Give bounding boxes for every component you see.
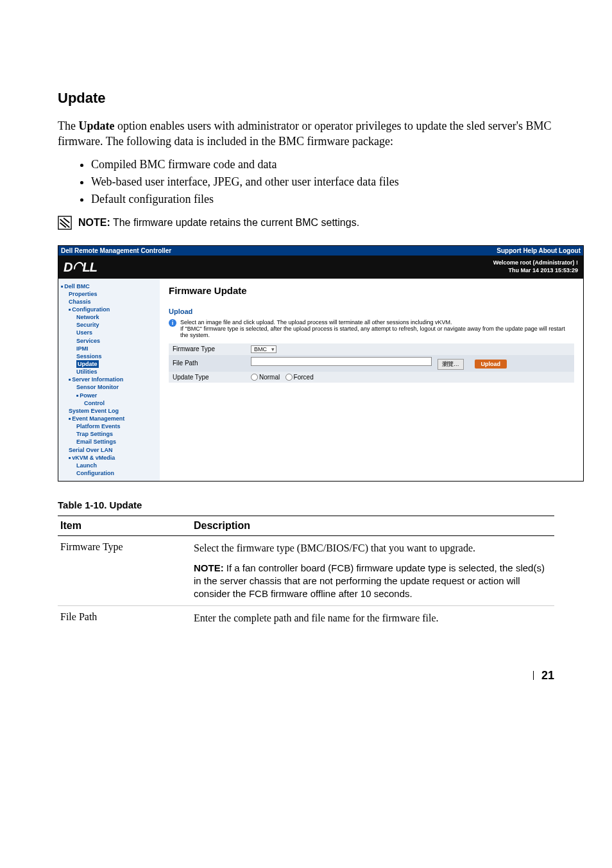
firmware-type-select[interactable]: BMC xyxy=(251,345,276,353)
content-title: Firmware Update xyxy=(169,285,574,296)
note-text: NOTE: The firmware update retains the cu… xyxy=(78,217,359,229)
content-section: Upload xyxy=(169,308,574,315)
topbar: Dell Remote Management Controller Suppor… xyxy=(58,246,583,256)
nav-security[interactable]: Security xyxy=(61,321,157,329)
nav-power[interactable]: Power xyxy=(61,392,157,399)
td-firmware-type: Firmware Type xyxy=(58,536,191,606)
info-icon: i xyxy=(169,319,176,327)
nav-event-management[interactable]: Event Management xyxy=(61,415,157,422)
nav-ipmi[interactable]: IPMI xyxy=(61,345,157,352)
firmware-type-note: NOTE: If a fan controller board (FCB) fi… xyxy=(194,562,552,601)
upload-button[interactable]: Upload xyxy=(475,360,507,369)
welcome-block: Welcome root (Administrator) ! Thu Mar 1… xyxy=(493,259,578,274)
nav-dell-bmc[interactable]: Dell BMC xyxy=(61,282,157,290)
nav-email-settings[interactable]: Email Settings xyxy=(61,438,157,446)
form-table: Firmware Type BMC File Path 瀏覽… Upload xyxy=(169,343,574,383)
info-line1: Select an image file and click upload. T… xyxy=(180,319,574,326)
firmware-type-note-label: NOTE: xyxy=(194,562,224,573)
nav-trap-settings[interactable]: Trap Settings xyxy=(61,430,157,438)
page-number: 21 xyxy=(541,669,554,682)
nav-properties[interactable]: Properties xyxy=(61,290,157,298)
th-item: Item xyxy=(58,516,191,536)
browse-button[interactable]: 瀏覽… xyxy=(438,359,464,370)
bullet-item: Web-based user interface, JPEG, and othe… xyxy=(91,173,554,191)
update-type-label: Update Type xyxy=(169,372,247,383)
nav-serial-over-lan[interactable]: Serial Over LAN xyxy=(61,446,157,454)
firmware-type-note-text: If a fan controller board (FCB) firmware… xyxy=(194,562,545,600)
doc-table: Item Description Firmware Type Select th… xyxy=(58,516,554,630)
file-path-input[interactable] xyxy=(251,357,432,366)
svg-line-3 xyxy=(64,218,69,222)
nav-server-information[interactable]: Server Information xyxy=(61,376,157,383)
firmware-type-label: Firmware Type xyxy=(169,343,247,355)
intro-paragraph: The Update option enables users with adm… xyxy=(58,118,554,150)
bullet-item: Default configuration files xyxy=(91,191,554,208)
note-icon xyxy=(58,216,72,230)
nav-platform-events[interactable]: Platform Events xyxy=(61,422,157,430)
nav-configuration[interactable]: Configuration xyxy=(61,306,157,313)
nav-sessions[interactable]: Sessions xyxy=(61,352,157,360)
topbar-title: Dell Remote Management Controller xyxy=(61,247,171,254)
info-line2: If "BMC" firmware type is selected, afte… xyxy=(180,326,574,338)
page-footer: 21 xyxy=(58,669,554,682)
nav-control[interactable]: Control xyxy=(61,399,157,407)
radio-normal[interactable] xyxy=(251,374,258,381)
welcome-line1: Welcome root (Administrator) ! xyxy=(493,259,578,266)
info-block: i Select an image file and click upload.… xyxy=(169,319,574,338)
embedded-screenshot: Dell Remote Management Controller Suppor… xyxy=(58,245,584,482)
nav-launch[interactable]: Launch xyxy=(61,462,157,469)
radio-forced[interactable] xyxy=(285,374,293,381)
page-heading: Update xyxy=(58,90,554,107)
bullet-list: Compiled BMC firmware code and data Web-… xyxy=(58,156,554,208)
topbar-links[interactable]: Support Help About Logout xyxy=(497,247,581,254)
nav-sensor-monitor[interactable]: Sensor Monitor xyxy=(61,383,157,391)
dell-logo: D◠LL xyxy=(64,259,97,275)
td-file-path-desc: Enter the complete path and file name fo… xyxy=(191,606,554,630)
td-firmware-type-desc: Select the firmware type (BMC/BIOS/FC) t… xyxy=(191,536,554,606)
nav-system-event-log[interactable]: System Event Log xyxy=(61,407,157,415)
nav-services[interactable]: Services xyxy=(61,337,157,345)
nav-update[interactable]: Update xyxy=(61,360,157,368)
nav-configuration2[interactable]: Configuration xyxy=(61,469,157,477)
intro-bold: Update xyxy=(78,119,114,132)
header-bar: D◠LL Welcome root (Administrator) ! Thu … xyxy=(58,256,583,279)
content-area: Firmware Update Upload i Select an image… xyxy=(160,279,583,482)
nav-chassis[interactable]: Chassis xyxy=(61,298,157,306)
radio-normal-label: Normal xyxy=(259,374,280,381)
nav-users[interactable]: Users xyxy=(61,329,157,336)
footer-divider xyxy=(533,671,534,680)
bullet-item: Compiled BMC firmware code and data xyxy=(91,156,554,173)
td-file-path: File Path xyxy=(58,606,191,630)
welcome-line2: Thu Mar 14 2013 15:53:29 xyxy=(493,267,578,274)
note-body: The firmware update retains the current … xyxy=(110,217,359,228)
note-row: NOTE: The firmware update retains the cu… xyxy=(58,216,554,230)
update-type-options: Normal Forced xyxy=(247,372,574,383)
th-description: Description xyxy=(191,516,554,536)
table-caption: Table 1-10. Update xyxy=(58,499,554,510)
radio-forced-label: Forced xyxy=(294,374,314,381)
nav-vkvm-vmedia[interactable]: vKVM & vMedia xyxy=(61,454,157,462)
nav-network[interactable]: Network xyxy=(61,313,157,321)
sidebar-nav: Dell BMC Properties Chassis Configuratio… xyxy=(58,279,160,482)
firmware-type-desc-text: Select the firmware type (BMC/BIOS/FC) t… xyxy=(194,541,552,555)
nav-utilities[interactable]: Utilities xyxy=(61,368,157,376)
note-label: NOTE: xyxy=(78,217,110,228)
file-path-label: File Path xyxy=(169,355,247,372)
